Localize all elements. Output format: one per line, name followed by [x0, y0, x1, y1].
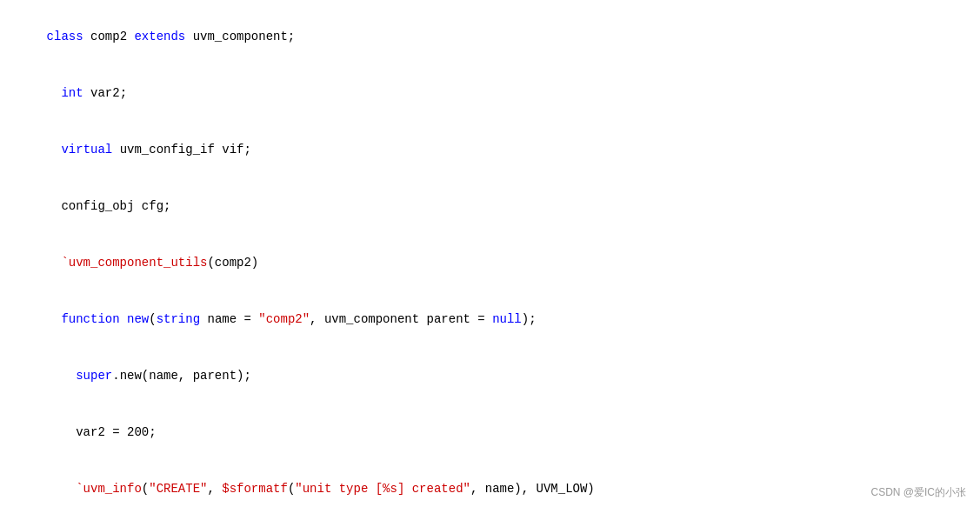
footer-text: CSDN @爱IC的小张 [870, 485, 966, 500]
code-line-function-new: function new(string name = "comp2", uvm_… [17, 291, 963, 348]
code-line-virtual: virtual uvm_config_if vif; [17, 122, 963, 178]
code-line-config-obj: config_obj cfg; [17, 178, 963, 235]
code-line-super-new: super.new(name, parent); [17, 348, 963, 404]
code-line-class: class comp2 extends uvm_component; [17, 9, 963, 65]
code-line-uvm-info-create: `uvm_info("CREATE", $sformatf("unit type… [17, 462, 963, 508]
code-display: class comp2 extends uvm_component; int v… [0, 0, 980, 507]
code-line-uvm-utils: `uvm_component_utils(comp2) [17, 235, 963, 291]
code-line-var2: var2 = 200; [17, 404, 963, 461]
code-line-int: int var2; [17, 65, 963, 122]
